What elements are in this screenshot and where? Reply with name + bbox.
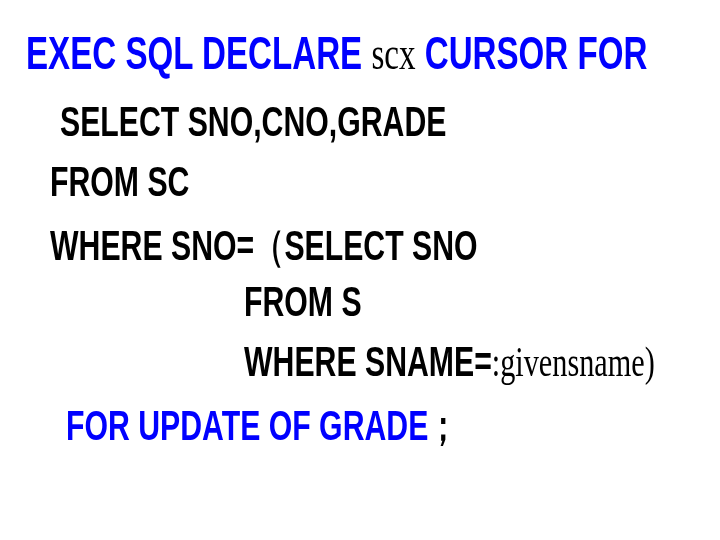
semicolon: ； xyxy=(428,402,458,449)
cursor-name: scx xyxy=(371,28,415,79)
code-line-2: SELECT SNO,CNO,GRADE xyxy=(60,98,446,146)
host-variable: :givensname) xyxy=(492,339,655,385)
cursor-for: CURSOR FOR xyxy=(416,27,648,79)
code-line-5: FROM S xyxy=(244,278,362,326)
where-sname: WHERE SNAME= xyxy=(244,338,492,385)
slide: EXEC SQL DECLARE scx CURSOR FOR SELECT S… xyxy=(0,0,720,540)
code-line-3: FROM SC xyxy=(50,158,189,206)
code-line-4: WHERE SNO=（SELECT SNO xyxy=(50,218,478,274)
code-line-1: EXEC SQL DECLARE scx CURSOR FOR xyxy=(26,26,647,80)
declare-keyword: EXEC SQL DECLARE xyxy=(26,27,371,79)
code-line-6: WHERE SNAME=:givensname) xyxy=(244,338,655,386)
for-update: FOR UPDATE OF GRADE xyxy=(66,402,428,449)
code-line-7: FOR UPDATE OF GRADE； xyxy=(66,398,459,454)
